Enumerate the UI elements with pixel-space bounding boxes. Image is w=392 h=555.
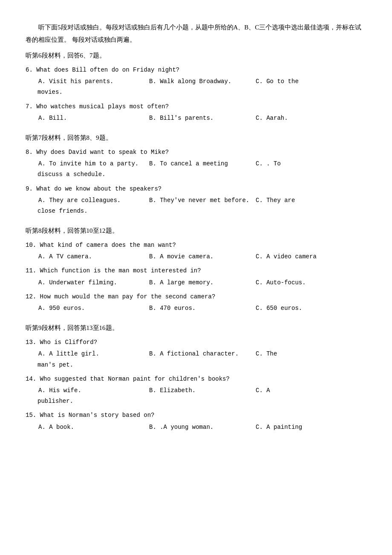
section-header-3: 听第9段材料，回答第13至16题。 xyxy=(26,322,366,334)
option-a: A. Bill. xyxy=(38,113,149,124)
option-b: B. To cancel a meeting xyxy=(149,159,256,169)
question-text: Who is Clifford? xyxy=(40,339,97,346)
question-number: 11. xyxy=(26,267,40,274)
option-c: C. . To xyxy=(256,159,366,169)
question-block-3-2: 15. What is Norman's story based on?A. A… xyxy=(26,409,366,432)
question-block-3-1: 14. Who suggested that Norman paint for … xyxy=(26,373,366,407)
option-c: C. A xyxy=(256,385,366,396)
option-a: A. To invite him to a party. xyxy=(38,159,149,169)
question-block-1-0: 8. Why does David want to speak to Mike?… xyxy=(26,146,366,180)
option-b: B. A movie camera. xyxy=(149,251,256,262)
option-c: C. A video camera xyxy=(256,251,366,262)
option-b: B. 470 euros. xyxy=(149,303,256,314)
option-c: C. Go to the xyxy=(256,76,366,87)
options-row-3-0: A. A little girl.B. A fictional characte… xyxy=(26,349,366,359)
option-c: C. 650 euros. xyxy=(256,303,366,314)
question-block-2-2: 12. How much would the man pay for the s… xyxy=(26,291,366,314)
option-b: B. .A young woman. xyxy=(149,422,256,433)
option-a: A. Visit his parents. xyxy=(38,76,149,87)
question-title-0-0: 6. What does Bill often do on Friday nig… xyxy=(26,64,366,75)
options-row-0-0: A. Visit his parents.B. Walk along Broad… xyxy=(26,76,366,87)
question-block-2-0: 10. What kind of camera does the man wan… xyxy=(26,239,366,262)
option-a: A. 950 euros. xyxy=(38,303,149,314)
option-b: B. They've never met before. xyxy=(149,195,256,206)
question-number: 12. xyxy=(26,293,40,300)
options-row-3-1: A. His wife.B. Elizabeth.C. A xyxy=(26,385,366,396)
question-text: What do we know about the speakers? xyxy=(36,185,161,192)
option-b: B. A fictional character. xyxy=(149,349,256,359)
question-title-1-0: 8. Why does David want to speak to Mike? xyxy=(26,146,366,158)
question-block-0-1: 7. Who watches musical plays most often?… xyxy=(26,101,366,124)
option-continuation: discuss a schedule. xyxy=(26,169,366,180)
intro-block: 听下面5段对话或独白。每段对话或独白后有几个小题，从题中所给的A、B、C三个选项… xyxy=(26,21,366,46)
question-title-2-0: 10. What kind of camera does the man wan… xyxy=(26,239,366,251)
option-b: B. Bill's parents. xyxy=(149,113,256,124)
question-title-3-0: 13. Who is Clifford? xyxy=(26,336,366,348)
question-number: 9. xyxy=(26,185,36,192)
option-a: A. A little girl. xyxy=(38,349,149,359)
section-header-2: 听第8段材料，回答第10至12题。 xyxy=(26,225,366,237)
question-text: Who watches musical plays most often? xyxy=(36,103,169,110)
question-number: 7. xyxy=(26,103,36,110)
question-number: 6. xyxy=(26,66,36,73)
option-b: B. A large memory. xyxy=(149,278,256,288)
option-b: B. Walk along Broadway. xyxy=(149,76,256,87)
question-block-1-1: 9. What do we know about the speakers?A.… xyxy=(26,183,366,217)
question-block-0-0: 6. What does Bill often do on Friday nig… xyxy=(26,64,366,98)
option-c: C. Auto-focus. xyxy=(256,278,366,288)
question-title-3-2: 15. What is Norman's story based on? xyxy=(26,409,366,421)
option-b: B. Elizabeth. xyxy=(149,385,256,396)
option-a: A. His wife. xyxy=(38,385,149,396)
options-row-2-0: A. A TV camera.B. A movie camera.C. A vi… xyxy=(26,251,366,262)
question-text: Who suggested that Norman paint for chil… xyxy=(40,376,230,382)
options-row-2-1: A. Underwater filming.B. A large memory.… xyxy=(26,278,366,288)
option-a: A. A book. xyxy=(38,422,149,433)
option-a: A. They are colleagues. xyxy=(38,195,149,206)
question-number: 14. xyxy=(26,376,40,382)
question-number: 8. xyxy=(26,149,36,156)
sections-container: 听第6段材料，回答6、7题。6. What does Bill often do… xyxy=(26,50,366,437)
question-number: 13. xyxy=(26,339,40,346)
question-block-2-1: 11. Which function is the man most inter… xyxy=(26,265,366,288)
question-block-3-0: 13. Who is Clifford?A. A little girl.B. … xyxy=(26,336,366,370)
option-c: C. A painting xyxy=(256,422,366,433)
question-title-3-1: 14. Who suggested that Norman paint for … xyxy=(26,373,366,384)
question-text: What does Bill often do on Friday night? xyxy=(36,66,179,73)
question-title-2-1: 11. Which function is the man most inter… xyxy=(26,265,366,276)
option-a: A. Underwater filming. xyxy=(38,278,149,288)
question-text: What kind of camera does the man want? xyxy=(40,242,176,249)
question-title-0-1: 7. Who watches musical plays most often? xyxy=(26,101,366,112)
option-continuation: movies. xyxy=(26,87,366,98)
options-row-1-1: A. They are colleagues.B. They've never … xyxy=(26,195,366,206)
question-text: What is Norman's story based on? xyxy=(40,412,155,419)
question-text: Which function is the man most intereste… xyxy=(40,267,201,274)
question-title-2-2: 12. How much would the man pay for the s… xyxy=(26,291,366,302)
section-header-0: 听第6段材料，回答6、7题。 xyxy=(26,50,366,61)
question-number: 10. xyxy=(26,242,40,249)
option-continuation: close friends. xyxy=(26,206,366,217)
options-row-0-1: A. Bill.B. Bill's parents.C. Aarah. xyxy=(26,113,366,124)
intro-line1: 听下面5段对话或独白。每段对话或独白后有几个小题，从题中所给的A、B、C三个选项… xyxy=(26,21,366,46)
option-c: C. Aarah. xyxy=(256,113,366,124)
question-number: 15. xyxy=(26,412,40,419)
option-c: C. The xyxy=(256,349,366,359)
options-row-3-2: A. A book.B. .A young woman.C. A paintin… xyxy=(26,422,366,433)
question-text: Why does David want to speak to Mike? xyxy=(36,149,169,156)
question-title-1-1: 9. What do we know about the speakers? xyxy=(26,183,366,194)
question-text: How much would the man pay for the secon… xyxy=(40,293,216,300)
option-continuation: publisher. xyxy=(26,396,366,407)
option-a: A. A TV camera. xyxy=(38,251,149,262)
options-row-1-0: A. To invite him to a party.B. To cancel… xyxy=(26,159,366,169)
options-row-2-2: A. 950 euros.B. 470 euros.C. 650 euros. xyxy=(26,303,366,314)
option-c: C. They are xyxy=(256,195,366,206)
option-continuation: man's pet. xyxy=(26,360,366,370)
section-header-1: 听第7段材料，回答第8、9题。 xyxy=(26,132,366,144)
